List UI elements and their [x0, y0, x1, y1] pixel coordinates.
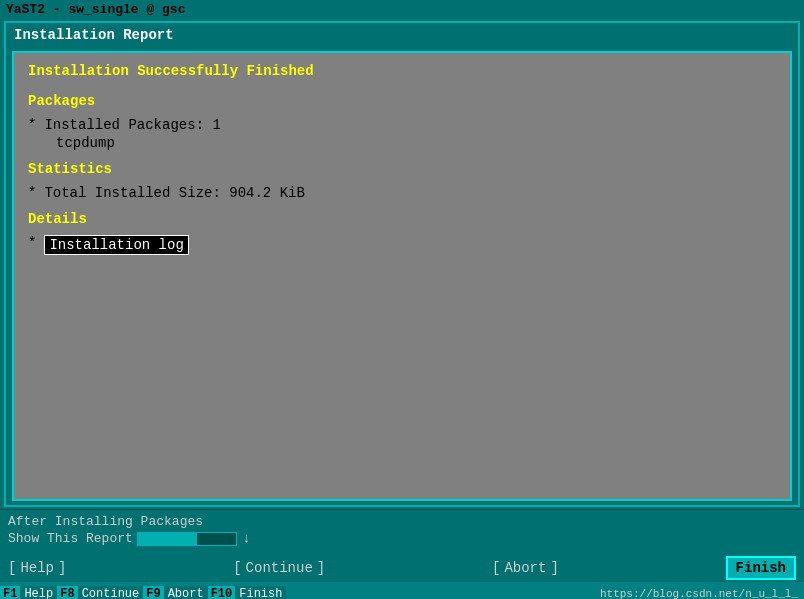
fkey-f10[interactable]: F10 Finish	[208, 586, 287, 599]
continue-bracket-close: ]	[317, 560, 325, 576]
main-window: Installation Report Installation Success…	[4, 21, 800, 507]
help-bracket-open: [	[8, 560, 16, 576]
fkey-f8-name: Continue	[78, 586, 144, 599]
progress-arrow: ↓	[243, 531, 251, 546]
fkey-f9-name: Abort	[164, 586, 208, 599]
finish-button[interactable]: Finish	[726, 556, 796, 580]
fkey-f10-name: Finish	[235, 586, 286, 599]
fkey-f9-num: F9	[143, 586, 163, 599]
continue-btn-group: [ Continue ]	[233, 560, 325, 576]
bullet-star-3: *	[28, 235, 36, 255]
package-name: tcpdump	[56, 135, 776, 151]
fkey-f9[interactable]: F9 Abort	[143, 586, 207, 599]
fkey-f8-num: F8	[57, 586, 77, 599]
installation-log-item: * Installation log	[28, 235, 776, 255]
help-bracket-close: ]	[58, 560, 66, 576]
total-size-item: * Total Installed Size: 904.2 KiB	[28, 185, 776, 201]
statistics-section-title: Statistics	[28, 161, 776, 177]
bullet-star-1: *	[28, 117, 36, 133]
url-label: https://blog.csdn.net/n_u_l_l_	[600, 588, 804, 599]
title-bar: YaST2 - sw_single @ gsc	[0, 0, 804, 19]
abort-bracket-close: ]	[550, 560, 558, 576]
continue-button[interactable]: Continue	[246, 560, 313, 576]
abort-button[interactable]: Abort	[504, 560, 546, 576]
help-btn-group: [ Help ]	[8, 560, 66, 576]
packages-section-title: Packages	[28, 93, 776, 109]
fkey-f1[interactable]: F1 Help	[0, 586, 57, 599]
progress-bar	[137, 532, 237, 546]
fkey-bar: F1 Help F8 Continue F9 Abort F10 Finish …	[0, 582, 804, 599]
fkey-f1-name: Help	[20, 586, 57, 599]
details-section-title: Details	[28, 211, 776, 227]
fkey-f8[interactable]: F8 Continue	[57, 586, 143, 599]
show-report-label: Show This Report	[8, 531, 133, 546]
content-area: Installation Successfully Finished Packa…	[12, 51, 792, 501]
status-line1: After Installing Packages	[8, 514, 796, 529]
bullet-star-2: *	[28, 185, 36, 201]
abort-btn-group: [ Abort ]	[492, 560, 559, 576]
installation-log-link[interactable]: Installation log	[44, 235, 188, 255]
status-line2: Show This Report ↓	[8, 531, 796, 546]
fkey-f10-num: F10	[208, 586, 236, 599]
progress-bar-fill	[138, 533, 197, 545]
total-size-label: Total Installed Size: 904.2 KiB	[44, 185, 304, 201]
fkey-f1-num: F1	[0, 586, 20, 599]
success-title: Installation Successfully Finished	[28, 63, 776, 79]
installed-label: Installed Packages: 1	[44, 117, 220, 133]
window-title: Installation Report	[6, 23, 798, 47]
continue-bracket-open: [	[233, 560, 241, 576]
button-row: [ Help ] [ Continue ] [ Abort ] Finish	[0, 554, 804, 582]
abort-bracket-open: [	[492, 560, 500, 576]
status-bar: After Installing Packages Show This Repo…	[0, 509, 804, 554]
help-button[interactable]: Help	[20, 560, 54, 576]
title-text: YaST2 - sw_single @ gsc	[6, 2, 185, 17]
installed-packages-item: * Installed Packages: 1	[28, 117, 776, 133]
